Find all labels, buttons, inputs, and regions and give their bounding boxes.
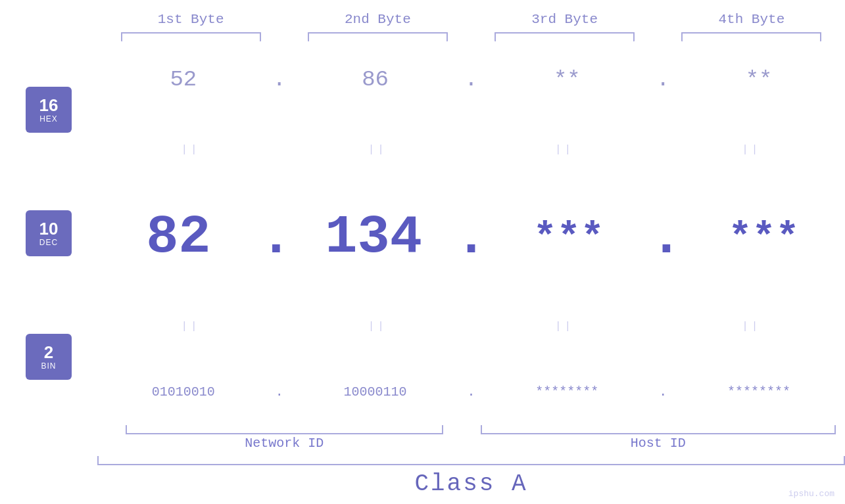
hex-byte-2: 86	[289, 67, 462, 92]
bin-badge-label: BIN	[41, 361, 56, 371]
bracket-cell-4	[658, 32, 845, 41]
bin-byte-1: 01010010	[97, 384, 270, 400]
dec-byte-1: 82	[97, 211, 260, 265]
eq-5: ||	[97, 321, 284, 332]
bracket-line-4	[681, 32, 821, 41]
eq-3: ||	[471, 144, 658, 156]
bottom-section: Network ID Host ID	[0, 425, 845, 465]
byte-header-1: 1st Byte	[97, 12, 284, 27]
dec-byte-4: ***	[683, 218, 845, 258]
byte-header-2: 2nd Byte	[284, 12, 471, 27]
class-area: Class A	[0, 465, 845, 504]
hex-dot-3: .	[653, 67, 673, 92]
eq-6: ||	[284, 321, 471, 332]
bin-byte-4: ********	[673, 384, 845, 400]
bracket-cell-1	[97, 32, 284, 41]
hex-row: 52 . 86 . ** . **	[97, 67, 845, 92]
bin-dot-1: .	[270, 384, 289, 400]
byte-headers-row: 1st Byte 2nd Byte 3rd Byte 4th Byte	[0, 0, 845, 32]
network-bracket-line	[126, 425, 443, 434]
hex-byte-4: **	[673, 67, 845, 92]
bin-badge-number: 2	[44, 343, 53, 362]
hex-badge-label: HEX	[39, 114, 58, 124]
bracket-cell-2	[284, 32, 471, 41]
hex-badge: 16 HEX	[26, 87, 72, 133]
bin-row: 01010010 . 10000110 . ******** .	[97, 384, 845, 400]
host-id-label: Host ID	[471, 436, 846, 451]
equals-row-2: || || || ||	[97, 319, 845, 334]
data-rows: 52 . 86 . ** . **	[97, 41, 845, 425]
bracket-line-3	[495, 32, 635, 41]
bin-byte-2: 10000110	[289, 384, 462, 400]
bin-dot-3: .	[653, 384, 673, 400]
main-layout: 1st Byte 2nd Byte 3rd Byte 4th Byte 16 H…	[0, 0, 845, 504]
network-id-label: Network ID	[97, 436, 471, 451]
bracket-line-1	[121, 32, 261, 41]
hex-dot-2: .	[462, 67, 481, 92]
bin-badge: 2 BIN	[26, 334, 72, 380]
dec-row: 82 . 134 . *** . ***	[97, 208, 845, 269]
dec-badge: 10 DEC	[26, 210, 72, 256]
dec-dot-1: .	[260, 208, 293, 269]
host-bracket-line	[481, 425, 836, 434]
bottom-labels-row: Network ID Host ID	[97, 436, 845, 451]
bin-byte-3: ********	[481, 384, 654, 400]
dec-dot-2: .	[455, 208, 488, 269]
dec-dot-3: .	[650, 208, 683, 269]
eq-7: ||	[471, 321, 658, 332]
eq-8: ||	[658, 321, 845, 332]
byte-header-4: 4th Byte	[658, 12, 845, 27]
bracket-cell-3	[471, 32, 658, 41]
equals-row-1: || || || ||	[97, 143, 845, 157]
hex-byte-3: **	[481, 67, 654, 92]
bracket-line-2	[308, 32, 448, 41]
badges-column: 16 HEX 10 DEC 2 BIN	[0, 41, 97, 425]
network-bracket-cell	[97, 425, 471, 434]
dec-byte-3: ***	[488, 218, 650, 258]
eq-2: ||	[284, 144, 471, 156]
attribution: ipshu.com	[788, 489, 834, 499]
dec-badge-number: 10	[39, 219, 59, 239]
byte-header-3: 3rd Byte	[471, 12, 658, 27]
hex-byte-1: 52	[97, 67, 270, 92]
bin-dot-2: .	[462, 384, 481, 400]
eq-1: ||	[97, 144, 284, 156]
class-label: Class A	[414, 470, 527, 497]
dec-byte-2: 134	[293, 211, 455, 265]
hex-badge-number: 16	[39, 96, 59, 115]
bottom-brackets-row	[97, 425, 845, 434]
dec-badge-label: DEC	[39, 238, 58, 247]
full-bottom-bracket	[97, 456, 845, 465]
hex-dot-1: .	[270, 67, 289, 92]
middle-section: 16 HEX 10 DEC 2 BIN 52 .	[0, 41, 845, 425]
eq-4: ||	[658, 144, 845, 156]
host-bracket-cell	[471, 425, 846, 434]
top-brackets-row	[0, 32, 845, 41]
